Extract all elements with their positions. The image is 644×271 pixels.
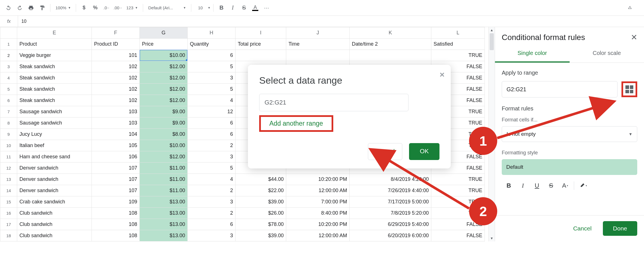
- more-tools-button[interactable]: ⋯: [261, 3, 272, 13]
- cell-G2[interactable]: $10.00: [140, 50, 188, 61]
- select-range-icon-button[interactable]: [621, 81, 637, 97]
- row-header-14[interactable]: 14: [0, 185, 17, 196]
- cell-E8[interactable]: Sausage sandwich: [17, 117, 92, 129]
- cell-J16[interactable]: 8:40:00 PM: [286, 208, 350, 219]
- sidebar-done-button[interactable]: Done: [603, 221, 637, 236]
- header-cell-I[interactable]: Total price: [236, 39, 286, 50]
- cell-E10[interactable]: Italian beef: [17, 140, 92, 151]
- cell-F4[interactable]: 102: [92, 72, 140, 84]
- row-header-7[interactable]: 7: [0, 106, 17, 117]
- style-bold-button[interactable]: B: [502, 179, 516, 192]
- cell-G18[interactable]: $13.00: [140, 230, 188, 241]
- style-fill-color-button[interactable]: ▾: [576, 179, 590, 192]
- cell-F14[interactable]: 107: [92, 185, 140, 196]
- header-cell-G[interactable]: Price: [140, 39, 188, 50]
- cell-G12[interactable]: $11.00: [140, 163, 188, 174]
- cell-F10[interactable]: 105: [92, 140, 140, 151]
- cell-H13[interactable]: 4: [188, 174, 236, 185]
- cell-F17[interactable]: 108: [92, 219, 140, 230]
- cell-K17[interactable]: 6/29/2019 5:40:00: [350, 219, 431, 230]
- cell-G10[interactable]: $10.00: [140, 140, 188, 151]
- cell-F13[interactable]: 107: [92, 174, 140, 185]
- paint-format-button[interactable]: [37, 3, 47, 13]
- cell-K2[interactable]: [350, 50, 431, 61]
- cell-K16[interactable]: 7/8/2019 5:20:00: [350, 208, 431, 219]
- cell-H14[interactable]: 2: [188, 185, 236, 196]
- row-header-16[interactable]: 16: [0, 208, 17, 219]
- cell-G6[interactable]: $12.00: [140, 95, 188, 106]
- row-header-5[interactable]: 5: [0, 84, 17, 95]
- cell-H6[interactable]: 4: [188, 95, 236, 106]
- cell-J13[interactable]: 10:20:00 PM: [286, 174, 350, 185]
- cell-F16[interactable]: 108: [92, 208, 140, 219]
- cell-H4[interactable]: 3: [188, 72, 236, 84]
- text-color-button[interactable]: A: [250, 3, 260, 13]
- cell-I16[interactable]: $26.00: [236, 208, 286, 219]
- tab-color-scale[interactable]: Color scale: [570, 45, 644, 63]
- condition-select[interactable]: Is not empty▼: [502, 126, 637, 142]
- cell-F18[interactable]: 108: [92, 230, 140, 241]
- row-header-4[interactable]: 4: [0, 72, 17, 84]
- cell-H17[interactable]: 6: [188, 219, 236, 230]
- column-header-J[interactable]: J: [286, 27, 350, 39]
- row-header-9[interactable]: 9: [0, 129, 17, 140]
- cell-G16[interactable]: $13.00: [140, 208, 188, 219]
- cell-E15[interactable]: Crab cake sandwich: [17, 196, 92, 208]
- cell-E2[interactable]: Veggie burger: [17, 50, 92, 61]
- tab-single-color[interactable]: Single color: [495, 45, 570, 63]
- cell-I15[interactable]: $39.00: [236, 196, 286, 208]
- cell-H11[interactable]: 3: [188, 151, 236, 163]
- cell-E6[interactable]: Steak sandwich: [17, 95, 92, 106]
- column-header-E[interactable]: E: [17, 27, 92, 39]
- row-header-6[interactable]: 6: [0, 95, 17, 106]
- style-preview[interactable]: Default: [502, 159, 637, 175]
- row-header-10[interactable]: 10: [0, 140, 17, 151]
- cell-J2[interactable]: [286, 50, 350, 61]
- cell-H15[interactable]: 3: [188, 196, 236, 208]
- cell-J18[interactable]: 12:00:00 AM: [286, 230, 350, 241]
- header-cell-K[interactable]: Date/time 2: [350, 39, 431, 50]
- row-header-2[interactable]: 2: [0, 50, 17, 61]
- corner-cell[interactable]: [0, 27, 17, 39]
- bold-button[interactable]: B: [216, 3, 226, 13]
- cell-F5[interactable]: 102: [92, 84, 140, 95]
- cell-G14[interactable]: $11.00: [140, 185, 188, 196]
- decrease-decimal-button[interactable]: .0←: [101, 3, 112, 13]
- cell-G4[interactable]: $12.00: [140, 72, 188, 84]
- cell-G15[interactable]: $13.00: [140, 196, 188, 208]
- column-header-F[interactable]: F: [92, 27, 140, 39]
- row-header-17[interactable]: 17: [0, 219, 17, 230]
- formula-input[interactable]: 10: [18, 19, 26, 24]
- row-header-15[interactable]: 15: [0, 196, 17, 208]
- cell-I2[interactable]: [236, 50, 286, 61]
- cell-F3[interactable]: 102: [92, 61, 140, 72]
- cell-G8[interactable]: $9.00: [140, 117, 188, 129]
- sidebar-cancel-button[interactable]: Cancel: [570, 221, 594, 236]
- cell-H18[interactable]: 3: [188, 230, 236, 241]
- cell-H7[interactable]: 12: [188, 106, 236, 117]
- style-text-color-button[interactable]: A▾: [558, 179, 572, 192]
- cell-G17[interactable]: $13.00: [140, 219, 188, 230]
- cell-E4[interactable]: Steak sandwich: [17, 72, 92, 84]
- range-input[interactable]: G2:G21: [502, 81, 618, 97]
- row-header-1[interactable]: 1: [0, 39, 17, 50]
- add-another-range-button[interactable]: Add another range: [259, 115, 333, 132]
- cell-H2[interactable]: 6: [188, 50, 236, 61]
- cell-F2[interactable]: 101: [92, 50, 140, 61]
- increase-decimal-button[interactable]: .00→: [113, 3, 123, 13]
- dialog-range-input[interactable]: [259, 94, 408, 111]
- cell-E13[interactable]: Denver sandwich: [17, 174, 92, 185]
- cell-L18[interactable]: FALSE: [431, 230, 485, 241]
- header-cell-J[interactable]: Time: [286, 39, 350, 50]
- close-sidebar-button[interactable]: ✕: [631, 33, 637, 42]
- percent-button[interactable]: %: [90, 3, 100, 13]
- cell-E7[interactable]: Sausage sandwich: [17, 106, 92, 117]
- cell-E3[interactable]: Steak sandwich: [17, 61, 92, 72]
- number-format-select[interactable]: 123▼: [124, 5, 140, 10]
- cell-L14[interactable]: TRUE: [431, 185, 485, 196]
- cell-F15[interactable]: 109: [92, 196, 140, 208]
- cell-F8[interactable]: 103: [92, 117, 140, 129]
- cell-H8[interactable]: 6: [188, 117, 236, 129]
- row-header-11[interactable]: 11: [0, 151, 17, 163]
- italic-button[interactable]: I: [228, 3, 238, 13]
